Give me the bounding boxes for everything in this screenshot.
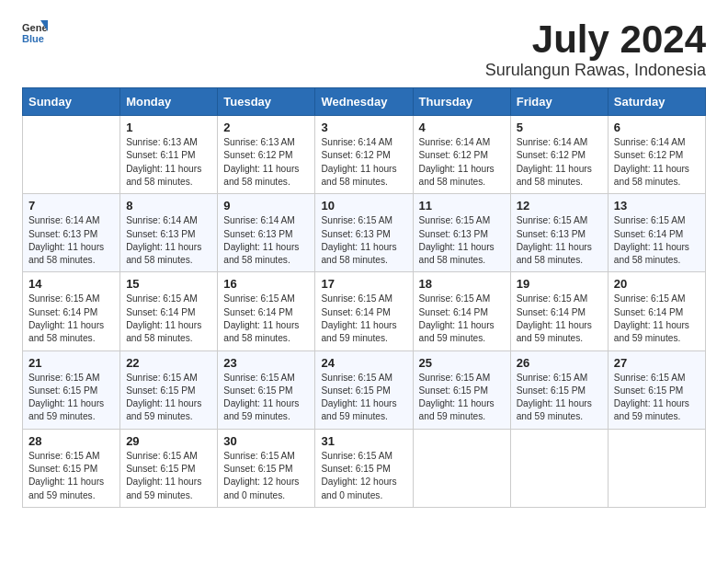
day-number: 25 <box>419 356 505 370</box>
cell-content: Sunrise: 6:15 AM Sunset: 6:15 PM Dayligh… <box>126 450 211 502</box>
calendar-table: SundayMondayTuesdayWednesdayThursdayFrid… <box>22 87 706 508</box>
calendar-cell: 4Sunrise: 6:14 AM Sunset: 6:12 PM Daylig… <box>413 116 510 194</box>
day-number: 9 <box>223 199 309 213</box>
month-title: July 2024 <box>485 18 706 61</box>
cell-content: Sunrise: 6:15 AM Sunset: 6:15 PM Dayligh… <box>223 450 309 502</box>
cell-content: Sunrise: 6:15 AM Sunset: 6:15 PM Dayligh… <box>223 372 309 424</box>
calendar-cell: 28Sunrise: 6:15 AM Sunset: 6:15 PM Dayli… <box>23 429 120 507</box>
day-number: 1 <box>126 121 211 134</box>
calendar-cell: 17Sunrise: 6:15 AM Sunset: 6:14 PM Dayli… <box>315 272 413 350</box>
logo-icon: General Blue <box>22 18 48 44</box>
calendar-cell: 19Sunrise: 6:15 AM Sunset: 6:14 PM Dayli… <box>510 272 608 350</box>
cell-content: Sunrise: 6:14 AM Sunset: 6:12 PM Dayligh… <box>419 136 505 189</box>
cell-content: Sunrise: 6:15 AM Sunset: 6:15 PM Dayligh… <box>517 372 602 424</box>
day-number: 20 <box>614 277 700 291</box>
calendar-cell: 10Sunrise: 6:15 AM Sunset: 6:13 PM Dayli… <box>315 194 413 272</box>
svg-text:Blue: Blue <box>22 33 44 44</box>
calendar-cell <box>510 429 608 507</box>
location-title: Surulangun Rawas, Indonesia <box>485 61 706 80</box>
day-number: 19 <box>517 277 602 291</box>
calendar-cell: 21Sunrise: 6:15 AM Sunset: 6:15 PM Dayli… <box>23 350 120 429</box>
day-number: 6 <box>614 121 700 134</box>
calendar-cell: 9Sunrise: 6:14 AM Sunset: 6:13 PM Daylig… <box>218 194 315 272</box>
cell-content: Sunrise: 6:15 AM Sunset: 6:14 PM Dayligh… <box>419 293 505 345</box>
calendar-cell: 31Sunrise: 6:15 AM Sunset: 6:15 PM Dayli… <box>315 429 413 507</box>
cell-content: Sunrise: 6:15 AM Sunset: 6:13 PM Dayligh… <box>419 214 505 267</box>
cell-content: Sunrise: 6:15 AM Sunset: 6:14 PM Dayligh… <box>614 214 700 267</box>
weekday-header-thursday: Thursday <box>413 88 510 116</box>
weekday-header-monday: Monday <box>120 88 218 116</box>
page-header: General Blue July 2024 Surulangun Rawas,… <box>22 18 706 80</box>
cell-content: Sunrise: 6:15 AM Sunset: 6:15 PM Dayligh… <box>321 450 406 502</box>
calendar-cell: 2Sunrise: 6:13 AM Sunset: 6:12 PM Daylig… <box>218 116 315 194</box>
weekday-header-row: SundayMondayTuesdayWednesdayThursdayFrid… <box>23 88 706 116</box>
title-area: July 2024 Surulangun Rawas, Indonesia <box>485 18 706 80</box>
calendar-cell: 27Sunrise: 6:15 AM Sunset: 6:15 PM Dayli… <box>608 350 705 429</box>
day-number: 15 <box>126 277 211 291</box>
day-number: 4 <box>419 121 505 134</box>
cell-content: Sunrise: 6:15 AM Sunset: 6:14 PM Dayligh… <box>223 293 309 345</box>
calendar-cell: 3Sunrise: 6:14 AM Sunset: 6:12 PM Daylig… <box>315 116 413 194</box>
calendar-cell: 12Sunrise: 6:15 AM Sunset: 6:13 PM Dayli… <box>510 194 608 272</box>
day-number: 10 <box>321 199 406 213</box>
day-number: 3 <box>321 121 406 134</box>
day-number: 28 <box>28 434 114 448</box>
calendar-cell: 26Sunrise: 6:15 AM Sunset: 6:15 PM Dayli… <box>510 350 608 429</box>
calendar-week-row: 1Sunrise: 6:13 AM Sunset: 6:11 PM Daylig… <box>23 116 706 194</box>
calendar-cell: 20Sunrise: 6:15 AM Sunset: 6:14 PM Dayli… <box>608 272 705 350</box>
calendar-cell: 22Sunrise: 6:15 AM Sunset: 6:15 PM Dayli… <box>120 350 218 429</box>
calendar-cell: 13Sunrise: 6:15 AM Sunset: 6:14 PM Dayli… <box>608 194 705 272</box>
day-number: 24 <box>321 356 406 370</box>
day-number: 17 <box>321 277 406 291</box>
calendar-cell: 15Sunrise: 6:15 AM Sunset: 6:14 PM Dayli… <box>120 272 218 350</box>
calendar-week-row: 28Sunrise: 6:15 AM Sunset: 6:15 PM Dayli… <box>23 429 706 507</box>
logo: General Blue <box>22 18 48 44</box>
cell-content: Sunrise: 6:15 AM Sunset: 6:14 PM Dayligh… <box>517 293 602 345</box>
cell-content: Sunrise: 6:13 AM Sunset: 6:11 PM Dayligh… <box>126 136 211 189</box>
day-number: 23 <box>223 356 309 370</box>
weekday-header-tuesday: Tuesday <box>218 88 315 116</box>
day-number: 11 <box>419 199 505 213</box>
day-number: 16 <box>223 277 309 291</box>
calendar-cell: 23Sunrise: 6:15 AM Sunset: 6:15 PM Dayli… <box>218 350 315 429</box>
calendar-cell: 14Sunrise: 6:15 AM Sunset: 6:14 PM Dayli… <box>23 272 120 350</box>
calendar-week-row: 21Sunrise: 6:15 AM Sunset: 6:15 PM Dayli… <box>23 350 706 429</box>
cell-content: Sunrise: 6:14 AM Sunset: 6:12 PM Dayligh… <box>321 136 406 189</box>
calendar-body: 1Sunrise: 6:13 AM Sunset: 6:11 PM Daylig… <box>23 116 706 508</box>
cell-content: Sunrise: 6:15 AM Sunset: 6:13 PM Dayligh… <box>321 214 406 267</box>
cell-content: Sunrise: 6:15 AM Sunset: 6:14 PM Dayligh… <box>614 293 700 345</box>
cell-content: Sunrise: 6:15 AM Sunset: 6:14 PM Dayligh… <box>321 293 406 345</box>
calendar-cell: 25Sunrise: 6:15 AM Sunset: 6:15 PM Dayli… <box>413 350 510 429</box>
day-number: 18 <box>419 277 505 291</box>
cell-content: Sunrise: 6:14 AM Sunset: 6:12 PM Dayligh… <box>614 136 700 189</box>
cell-content: Sunrise: 6:14 AM Sunset: 6:13 PM Dayligh… <box>223 214 309 267</box>
cell-content: Sunrise: 6:15 AM Sunset: 6:15 PM Dayligh… <box>614 372 700 424</box>
calendar-cell: 30Sunrise: 6:15 AM Sunset: 6:15 PM Dayli… <box>218 429 315 507</box>
cell-content: Sunrise: 6:15 AM Sunset: 6:15 PM Dayligh… <box>28 450 114 502</box>
cell-content: Sunrise: 6:15 AM Sunset: 6:15 PM Dayligh… <box>28 372 114 424</box>
calendar-cell <box>413 429 510 507</box>
weekday-header-sunday: Sunday <box>23 88 120 116</box>
day-number: 31 <box>321 434 406 448</box>
day-number: 13 <box>614 199 700 213</box>
day-number: 8 <box>126 199 211 213</box>
cell-content: Sunrise: 6:15 AM Sunset: 6:15 PM Dayligh… <box>126 372 211 424</box>
day-number: 7 <box>28 199 114 213</box>
day-number: 21 <box>28 356 114 370</box>
calendar-cell: 8Sunrise: 6:14 AM Sunset: 6:13 PM Daylig… <box>120 194 218 272</box>
cell-content: Sunrise: 6:15 AM Sunset: 6:14 PM Dayligh… <box>28 293 114 345</box>
day-number: 29 <box>126 434 211 448</box>
weekday-header-saturday: Saturday <box>608 88 705 116</box>
day-number: 2 <box>223 121 309 134</box>
day-number: 26 <box>517 356 602 370</box>
day-number: 5 <box>517 121 602 134</box>
day-number: 12 <box>517 199 602 213</box>
weekday-header-friday: Friday <box>510 88 608 116</box>
calendar-cell: 11Sunrise: 6:15 AM Sunset: 6:13 PM Dayli… <box>413 194 510 272</box>
day-number: 22 <box>126 356 211 370</box>
cell-content: Sunrise: 6:14 AM Sunset: 6:13 PM Dayligh… <box>28 214 114 267</box>
cell-content: Sunrise: 6:15 AM Sunset: 6:15 PM Dayligh… <box>321 372 406 424</box>
weekday-header-wednesday: Wednesday <box>315 88 413 116</box>
day-number: 27 <box>614 356 700 370</box>
calendar-cell: 16Sunrise: 6:15 AM Sunset: 6:14 PM Dayli… <box>218 272 315 350</box>
